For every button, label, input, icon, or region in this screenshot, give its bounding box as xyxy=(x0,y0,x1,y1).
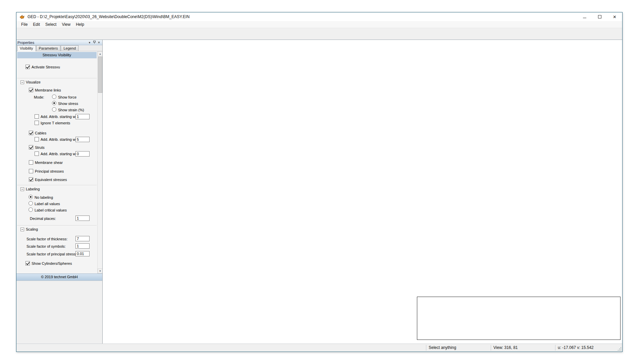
properties-panel-header: Properties ▾ ✕ xyxy=(16,40,102,45)
no-labeling-radio[interactable] xyxy=(29,195,33,199)
show-stress-radio[interactable] xyxy=(52,101,56,105)
close-button[interactable]: ✕ xyxy=(607,12,622,21)
status-bar: Select anything View: 316, 81 u: -17.067… xyxy=(16,344,622,352)
label-critical-label: Label critical values xyxy=(35,208,67,213)
label-all-radio[interactable] xyxy=(29,201,33,205)
show-cylinders-checkbox[interactable] xyxy=(25,261,30,265)
scale-symbols-input[interactable]: 1 xyxy=(75,243,90,249)
membrane-add-attrib-label: Add. Attrib. starting with: xyxy=(41,115,80,119)
membrane-add-attrib-checkbox[interactable] xyxy=(35,114,39,119)
visibility-tab-content: Stressvu Visibility Activate Stressvu Vi… xyxy=(16,51,102,274)
show-strain-label: Show strain (%) xyxy=(58,108,84,112)
app-window: GED - D:\2_Projekte\Easy\2020\03_26_Webs… xyxy=(16,12,623,352)
principal-stresses-checkbox[interactable] xyxy=(29,169,33,173)
cables-add-attrib-input[interactable]: 5 xyxy=(75,137,90,142)
legend-panel xyxy=(417,297,621,340)
scale-symbols-label: Scale factor of symbols: xyxy=(26,244,66,249)
panel-pin-icon[interactable] xyxy=(92,41,97,45)
scale-principal-label: Scale factor of principal stresses: xyxy=(26,252,80,256)
menu-edit[interactable]: Edit xyxy=(30,21,43,27)
ignore-t-label: Ignore T elements xyxy=(41,121,70,125)
membrane-shear-label: Membrane shear xyxy=(35,161,63,165)
struts-label: Struts xyxy=(35,145,45,150)
minimize-button[interactable] xyxy=(577,12,592,21)
decimal-places-label: Decimal places: xyxy=(30,217,56,221)
principal-stresses-label: Principal stresses xyxy=(35,169,64,174)
menu-view[interactable]: View xyxy=(59,21,73,27)
left-dock: Properties ▾ ✕ Visibility Parameters Leg… xyxy=(16,40,103,344)
struts-add-attrib-input[interactable]: 0 xyxy=(75,151,90,157)
separator xyxy=(17,225,97,226)
properties-panel-title: Properties xyxy=(17,41,87,45)
scaling-section-label: Scaling xyxy=(26,227,38,232)
membrane-links-label: Membrane links xyxy=(35,88,61,93)
model-viewport[interactable] xyxy=(103,40,622,344)
status-view-angles: View: 316, 81 xyxy=(493,345,518,350)
properties-panel: Properties ▾ ✕ Visibility Parameters Leg… xyxy=(16,40,102,281)
cables-checkbox[interactable] xyxy=(29,131,33,135)
ignore-t-checkbox[interactable] xyxy=(35,121,39,125)
membrane-add-attrib-input[interactable]: 1 xyxy=(75,114,90,119)
cables-label: Cables xyxy=(35,131,46,135)
title-bar: GED - D:\2_Projekte\Easy\2020\03_26_Webs… xyxy=(16,12,622,21)
show-cylinders-label: Show Cylinders/Spheres xyxy=(32,261,72,266)
equivalent-stresses-label: Equivalent stresses xyxy=(35,178,67,182)
scale-thickness-input[interactable]: 7 xyxy=(75,236,90,241)
show-stress-label: Show stress xyxy=(58,102,78,106)
label-all-label: Label all values xyxy=(35,202,60,206)
status-divider xyxy=(491,345,491,351)
menu-help[interactable]: Help xyxy=(73,21,87,27)
struts-add-attrib-checkbox[interactable] xyxy=(35,152,39,156)
scroll-thumb[interactable] xyxy=(98,57,102,93)
show-strain-radio[interactable] xyxy=(52,107,56,112)
decimal-places-input[interactable]: 1 xyxy=(75,216,90,221)
tab-parameters[interactable]: Parameters xyxy=(36,45,61,51)
panel-close-icon[interactable]: ✕ xyxy=(97,41,101,44)
scroll-down-arrow[interactable]: ▼ xyxy=(98,268,102,274)
panel-scrollbar[interactable]: ▲ ▼ xyxy=(97,51,102,274)
maximize-button[interactable] xyxy=(592,12,607,21)
stressvu-section-header: Stressvu Visibility xyxy=(17,52,97,58)
window-title: GED - D:\2_Projekte\Easy\2020\03_26_Webs… xyxy=(28,14,577,19)
separator xyxy=(17,185,97,186)
menu-file[interactable]: File xyxy=(18,21,30,27)
menu-bar: FileEditSelectViewHelp xyxy=(16,21,622,28)
activate-stressvu-checkbox[interactable] xyxy=(25,65,30,69)
status-uv-coords: u: -17.067 v: 15.542 xyxy=(558,345,594,350)
status-divider xyxy=(555,345,555,351)
menu-select[interactable]: Select xyxy=(43,21,59,27)
status-divider xyxy=(426,345,426,351)
show-force-label: Show force xyxy=(58,95,76,100)
membrane-shear-checkbox[interactable] xyxy=(29,160,33,165)
activate-stressvu-label: Activate Stressvu xyxy=(32,65,60,69)
labeling-collapse-icon[interactable] xyxy=(20,187,24,191)
dock-empty-area xyxy=(16,281,102,344)
struts-add-attrib-label: Add. Attrib. starting with: xyxy=(41,152,80,156)
panel-footer: © 2019 technet GmbH xyxy=(16,274,102,281)
tab-legend[interactable]: Legend xyxy=(61,45,78,51)
no-labeling-label: No labeling xyxy=(35,195,53,200)
cables-add-attrib-checkbox[interactable] xyxy=(35,137,39,141)
resize-grip[interactable] xyxy=(618,347,622,351)
app-logo-icon xyxy=(19,14,25,19)
separator xyxy=(17,78,97,79)
panel-menu-chevron-icon[interactable]: ▾ xyxy=(87,41,92,44)
struts-checkbox[interactable] xyxy=(29,145,33,149)
labeling-section-label: Labeling xyxy=(26,187,40,191)
equivalent-stresses-checkbox[interactable] xyxy=(29,177,33,182)
properties-tabs: Visibility Parameters Legend xyxy=(16,45,102,51)
tab-visibility[interactable]: Visibility xyxy=(17,45,36,51)
label-critical-radio[interactable] xyxy=(29,207,33,212)
show-force-radio[interactable] xyxy=(52,95,56,99)
membrane-links-checkbox[interactable] xyxy=(29,88,33,92)
scaling-collapse-icon[interactable] xyxy=(20,228,24,231)
scale-principal-input[interactable]: 0.01 xyxy=(75,251,90,256)
scroll-up-arrow[interactable]: ▲ xyxy=(98,51,102,56)
cables-add-attrib-label: Add. Attrib. starting with: xyxy=(41,137,80,142)
toolbar xyxy=(16,28,622,40)
status-message: Select anything xyxy=(429,345,456,350)
mode-label: Mode: xyxy=(34,95,44,100)
scale-thickness-label: Scale factor of thickness: xyxy=(26,237,67,241)
visualize-section-label: Visualize xyxy=(26,80,41,84)
visualize-collapse-icon[interactable] xyxy=(20,80,24,84)
